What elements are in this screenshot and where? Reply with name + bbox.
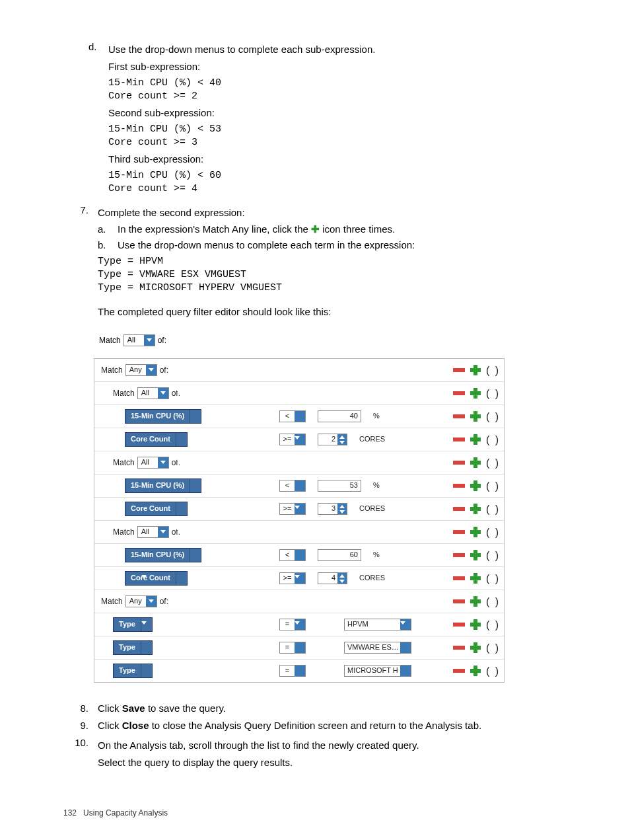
remove-icon[interactable] bbox=[453, 646, 465, 650]
group-icon[interactable]: ( ) bbox=[486, 502, 500, 517]
instruction-text: In the expression's Match Any line, clic… bbox=[118, 222, 567, 237]
subexpr-label: Third sub-expression: bbox=[108, 152, 567, 167]
remove-icon[interactable] bbox=[453, 623, 465, 627]
add-icon[interactable] bbox=[470, 642, 481, 653]
of-label: of: bbox=[158, 335, 166, 346]
instruction-text: On the Analysis tab, scroll through the … bbox=[98, 738, 567, 753]
add-icon[interactable] bbox=[470, 619, 481, 630]
value-spinner[interactable]: 4 bbox=[318, 572, 347, 584]
group-icon[interactable]: ( ) bbox=[486, 363, 500, 378]
chevron-down-icon bbox=[190, 410, 201, 423]
add-icon[interactable] bbox=[470, 480, 481, 491]
query-filter-editor: Match Any of: ( ) Match bbox=[94, 358, 505, 683]
add-icon[interactable] bbox=[470, 550, 481, 560]
metric-select[interactable]: 15-Min CPU (%) bbox=[125, 478, 201, 493]
chevron-down-icon bbox=[190, 549, 201, 562]
chevron-down-icon bbox=[190, 479, 201, 492]
add-icon[interactable] bbox=[470, 596, 481, 607]
instruction-text: Use the drop-down menus to complete each… bbox=[118, 238, 567, 252]
add-icon[interactable] bbox=[470, 573, 481, 584]
remove-icon[interactable] bbox=[453, 368, 465, 372]
add-icon[interactable] bbox=[470, 411, 481, 422]
operator-select[interactable]: = bbox=[279, 665, 306, 677]
remove-icon[interactable] bbox=[453, 391, 465, 395]
group-icon[interactable]: ( ) bbox=[486, 640, 500, 656]
list-number: 7. bbox=[63, 203, 98, 699]
list-number: 8. bbox=[63, 701, 98, 716]
remove-icon[interactable] bbox=[453, 599, 465, 603]
instruction-text: Click Save to save the query. bbox=[98, 701, 567, 716]
group-icon[interactable]: ( ) bbox=[486, 617, 500, 632]
remove-icon[interactable] bbox=[453, 484, 465, 488]
metric-select[interactable]: Core Count bbox=[125, 571, 188, 586]
unit-label: CORES bbox=[359, 573, 390, 584]
spinner-arrows[interactable] bbox=[337, 434, 347, 445]
remove-icon[interactable] bbox=[453, 669, 465, 673]
chevron-down-icon bbox=[295, 666, 305, 676]
metric-select[interactable]: 15-Min CPU (%) bbox=[125, 409, 201, 424]
code-block: 15-Min CPU (%) < 60 Core count >= 4 bbox=[108, 169, 567, 196]
spinner-arrows[interactable] bbox=[337, 573, 347, 584]
add-icon[interactable] bbox=[470, 504, 481, 514]
match-select[interactable]: All bbox=[137, 526, 169, 538]
match-select[interactable]: All bbox=[137, 387, 169, 399]
match-select[interactable]: All bbox=[123, 334, 155, 346]
code-block: 15-Min CPU (%) < 40 Core count >= 2 bbox=[108, 77, 567, 104]
group-icon[interactable]: ( ) bbox=[486, 478, 500, 494]
metric-select[interactable]: Core Count bbox=[125, 502, 188, 516]
expression-row: Type = MICROSOFT H bbox=[94, 659, 504, 682]
instruction-text: The completed query filter editor should… bbox=[98, 305, 567, 319]
metric-select[interactable]: Type bbox=[113, 664, 153, 678]
list-letter: b. bbox=[98, 238, 118, 252]
remove-icon[interactable] bbox=[453, 530, 465, 534]
metric-select[interactable]: 15-Min CPU (%) bbox=[125, 548, 201, 562]
chevron-down-icon bbox=[158, 527, 168, 537]
list-letter: d. bbox=[88, 40, 108, 199]
list-number: 9. bbox=[63, 718, 98, 733]
value-input[interactable]: 60 bbox=[318, 549, 361, 561]
value-spinner[interactable]: 3 bbox=[318, 503, 347, 515]
value-input[interactable]: 53 bbox=[318, 480, 361, 492]
value-select[interactable]: MICROSOFT H bbox=[344, 665, 411, 677]
add-icon[interactable] bbox=[470, 457, 481, 468]
remove-icon[interactable] bbox=[453, 553, 465, 557]
add-icon[interactable] bbox=[470, 666, 481, 676]
group-icon[interactable]: ( ) bbox=[486, 409, 500, 424]
match-label: Match bbox=[99, 335, 121, 346]
value-input[interactable]: 40 bbox=[318, 410, 361, 422]
chevron-down-icon bbox=[146, 365, 157, 375]
instruction-text: Use the drop-down menus to complete each… bbox=[108, 42, 567, 57]
group-icon[interactable]: ( ) bbox=[486, 525, 500, 540]
list-letter: a. bbox=[98, 222, 118, 237]
add-icon[interactable] bbox=[470, 527, 481, 537]
instruction-text: Select the query to display the query re… bbox=[98, 755, 567, 770]
chevron-down-icon bbox=[176, 502, 187, 515]
match-select[interactable]: Any bbox=[125, 364, 157, 376]
page-footer: 132 Using Capacity Analysis bbox=[63, 808, 168, 819]
add-icon[interactable] bbox=[470, 365, 481, 375]
subexpr-label: First sub-expression: bbox=[108, 59, 567, 74]
add-icon[interactable] bbox=[470, 434, 481, 445]
value-spinner[interactable]: 2 bbox=[318, 434, 347, 445]
remove-icon[interactable] bbox=[453, 461, 465, 465]
remove-icon[interactable] bbox=[453, 438, 465, 441]
group-icon[interactable]: ( ) bbox=[486, 386, 500, 401]
unit-label: % bbox=[373, 550, 403, 560]
group-icon[interactable]: ( ) bbox=[486, 664, 500, 679]
unit-label: CORES bbox=[359, 504, 390, 514]
group-icon[interactable]: ( ) bbox=[486, 571, 500, 586]
list-number: 10. bbox=[63, 736, 98, 773]
metric-select[interactable]: Core Count bbox=[125, 432, 188, 447]
group-icon[interactable]: ( ) bbox=[486, 455, 500, 471]
add-icon[interactable] bbox=[470, 388, 481, 399]
remove-icon[interactable] bbox=[453, 507, 465, 511]
group-icon[interactable]: ( ) bbox=[486, 432, 500, 447]
unit-label: % bbox=[373, 411, 403, 422]
group-icon[interactable]: ( ) bbox=[486, 548, 500, 563]
remove-icon[interactable] bbox=[453, 576, 465, 580]
remove-icon[interactable] bbox=[453, 414, 465, 418]
unit-label: CORES bbox=[359, 434, 390, 445]
spinner-arrows[interactable] bbox=[337, 504, 347, 514]
match-select[interactable]: All bbox=[137, 457, 169, 469]
group-icon[interactable]: ( ) bbox=[486, 594, 500, 609]
